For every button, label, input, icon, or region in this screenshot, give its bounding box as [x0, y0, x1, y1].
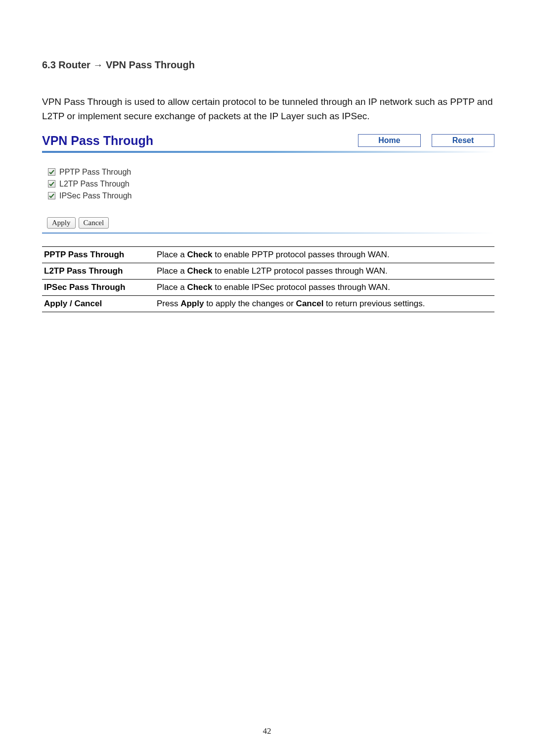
ipsec-checkbox[interactable]: [48, 192, 55, 199]
home-button[interactable]: Home: [358, 134, 421, 147]
table-row: L2TP Pass Through Place a Check to enabl…: [42, 263, 494, 279]
definitions-table: PPTP Pass Through Place a Check to enabl…: [42, 246, 494, 312]
table-row: Apply / Cancel Press Apply to apply the …: [42, 295, 494, 312]
page-number: 42: [0, 726, 534, 736]
divider: [42, 151, 494, 153]
apply-button[interactable]: Apply: [47, 217, 76, 229]
def-label: Apply / Cancel: [42, 295, 155, 312]
pptp-checkbox[interactable]: [48, 168, 55, 176]
def-label: PPTP Pass Through: [42, 246, 155, 263]
table-row: PPTP Pass Through Place a Check to enabl…: [42, 246, 494, 263]
def-label: L2TP Pass Through: [42, 263, 155, 279]
vpn-passthrough-panel: VPN Pass Through Home Reset PPTP Pass Th…: [42, 134, 494, 234]
def-description: Place a Check to enable IPSec protocol p…: [155, 279, 494, 295]
l2tp-checkbox[interactable]: [48, 180, 55, 188]
table-row: IPSec Pass Through Place a Check to enab…: [42, 279, 494, 295]
cancel-button[interactable]: Cancel: [79, 217, 109, 229]
l2tp-checkbox-row: L2TP Pass Through: [48, 180, 494, 189]
ipsec-checkbox-row: IPSec Pass Through: [48, 191, 494, 200]
section-heading: 6.3 Router → VPN Pass Through: [42, 59, 494, 71]
def-description: Place a Check to enable PPTP protocol pa…: [155, 246, 494, 263]
reset-button[interactable]: Reset: [432, 134, 494, 147]
def-description: Press Apply to apply the changes or Canc…: [155, 295, 494, 312]
l2tp-checkbox-label: L2TP Pass Through: [59, 180, 130, 189]
def-description: Place a Check to enable L2TP protocol pa…: [155, 263, 494, 279]
ipsec-checkbox-label: IPSec Pass Through: [59, 191, 132, 200]
intro-paragraph: VPN Pass Through is used to allow certai…: [42, 94, 494, 124]
def-label: IPSec Pass Through: [42, 279, 155, 295]
pptp-checkbox-row: PPTP Pass Through: [48, 168, 494, 177]
panel-title: VPN Pass Through: [42, 134, 153, 148]
pptp-checkbox-label: PPTP Pass Through: [59, 168, 131, 177]
divider-thin: [42, 233, 494, 234]
